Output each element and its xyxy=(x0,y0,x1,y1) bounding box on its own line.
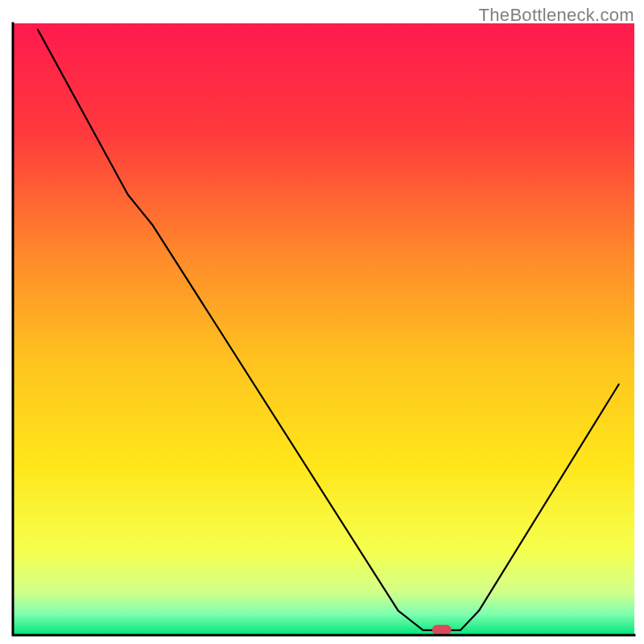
gradient-background xyxy=(13,23,634,635)
optimal-marker xyxy=(432,625,452,634)
chart-stage: TheBottleneck.com xyxy=(0,0,644,644)
chart-svg xyxy=(0,0,644,644)
